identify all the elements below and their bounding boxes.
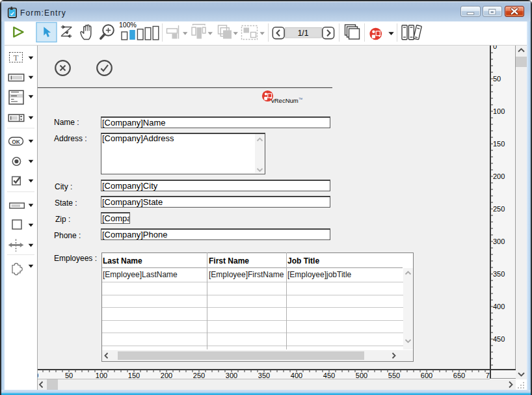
- svg-text:50: 50: [493, 75, 501, 83]
- svg-text:200: 200: [161, 372, 172, 379]
- svg-text:350: 350: [493, 270, 505, 278]
- svg-text:0: 0: [493, 46, 497, 50]
- svg-text:650: 650: [453, 372, 465, 379]
- svg-text:500: 500: [356, 372, 367, 379]
- svg-text:600: 600: [421, 372, 432, 379]
- svg-text:550: 550: [388, 372, 400, 379]
- svg-text:100%: 100%: [119, 21, 137, 29]
- svg-text:0: 0: [38, 372, 38, 379]
- svg-text:150: 150: [128, 372, 140, 379]
- svg-text:400: 400: [291, 372, 302, 379]
- svg-text:250: 250: [193, 372, 205, 379]
- svg-text:300: 300: [493, 238, 505, 245]
- svg-text:400: 400: [493, 303, 505, 310]
- svg-text:450: 450: [323, 372, 335, 379]
- svg-text:OK: OK: [12, 139, 21, 145]
- svg-text:50: 50: [65, 372, 73, 379]
- svg-text:450: 450: [493, 335, 505, 343]
- svg-text:1/1: 1/1: [298, 29, 309, 38]
- svg-text:250: 250: [493, 205, 505, 213]
- svg-text:150: 150: [493, 140, 505, 148]
- svg-text:200: 200: [493, 172, 505, 180]
- svg-text:300: 300: [226, 372, 237, 379]
- svg-text:100: 100: [493, 107, 505, 115]
- svg-text:350: 350: [258, 372, 270, 379]
- svg-text:T: T: [14, 53, 19, 62]
- svg-text:100: 100: [96, 372, 107, 379]
